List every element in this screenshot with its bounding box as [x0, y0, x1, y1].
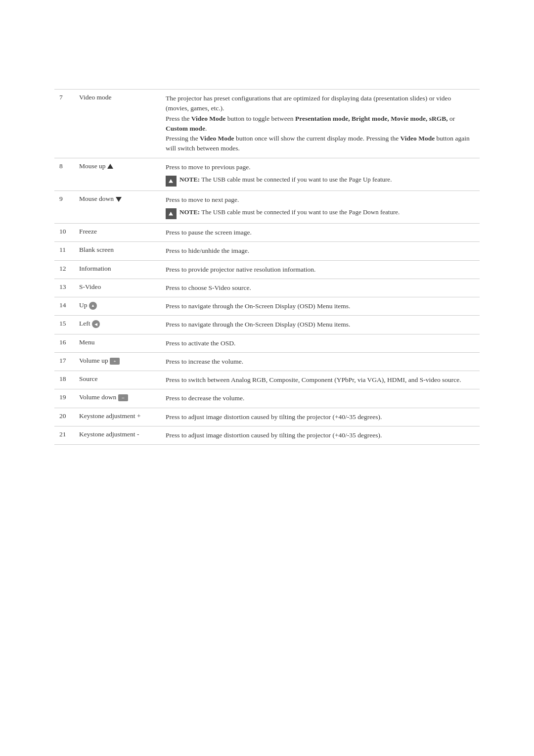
row-description: Press to provide projector native resolu…	[161, 260, 480, 279]
row-description: Press to hide/unhide the image.	[161, 242, 480, 260]
row-description: Press to adjust image distortion caused …	[161, 408, 480, 426]
feature-table: 7Video modeThe projector has preset conf…	[54, 89, 480, 445]
row-number: 17	[54, 352, 74, 371]
row-feature: Left ◀	[74, 316, 161, 334]
row-feature: Menu	[74, 334, 161, 352]
content-area: 7Video modeThe projector has preset conf…	[54, 89, 480, 445]
table-row: 8Mouse up Press to move to previous page…	[54, 158, 480, 190]
table-row: 21Keystone adjustment -Press to adjust i…	[54, 426, 480, 444]
row-number: 9	[54, 190, 74, 223]
table-row: 19Volume down −Press to decrease the vol…	[54, 389, 480, 408]
row-description: Press to move to previous page. NOTE: Th…	[161, 158, 480, 190]
table-row: 10FreezePress to pause the screen image.	[54, 224, 480, 242]
row-description: Press to increase the volume.	[161, 352, 480, 371]
row-number: 15	[54, 316, 74, 334]
row-feature: Keystone adjustment +	[74, 408, 161, 426]
row-feature: Information	[74, 260, 161, 279]
row-description: Press to pause the screen image.	[161, 224, 480, 242]
row-number: 12	[54, 260, 74, 279]
row-feature: Video mode	[74, 90, 161, 158]
row-feature: Mouse up	[74, 158, 161, 190]
row-number: 21	[54, 426, 74, 444]
row-description: Press to move to next page. NOTE: The US…	[161, 190, 480, 223]
table-row: 13S-VideoPress to choose S-Video source.	[54, 279, 480, 297]
row-feature: S-Video	[74, 279, 161, 297]
table-row: 7Video modeThe projector has preset conf…	[54, 90, 480, 158]
row-description: Press to choose S-Video source.	[161, 279, 480, 297]
row-description: Press to navigate through the On-Screen …	[161, 316, 480, 334]
row-number: 14	[54, 297, 74, 316]
page-wrapper: 7Video modeThe projector has preset conf…	[0, 89, 534, 756]
table-row: 15Left ◀Press to navigate through the On…	[54, 316, 480, 334]
table-row: 18SourcePress to switch between Analog R…	[54, 371, 480, 389]
row-feature: Up ▲	[74, 297, 161, 316]
row-number: 18	[54, 371, 74, 389]
row-number: 7	[54, 90, 74, 158]
row-feature: Volume up +	[74, 352, 161, 371]
table-row: 11Blank screenPress to hide/unhide the i…	[54, 242, 480, 260]
row-description: Press to switch between Analog RGB, Comp…	[161, 371, 480, 389]
row-feature: Keystone adjustment -	[74, 426, 161, 444]
row-description: The projector has preset configurations …	[161, 90, 480, 158]
row-number: 11	[54, 242, 74, 260]
row-number: 10	[54, 224, 74, 242]
row-feature: Source	[74, 371, 161, 389]
row-description: Press to activate the OSD.	[161, 334, 480, 352]
row-feature: Volume down −	[74, 389, 161, 408]
row-feature: Freeze	[74, 224, 161, 242]
row-description: Press to adjust image distortion caused …	[161, 426, 480, 444]
table-row: 16MenuPress to activate the OSD.	[54, 334, 480, 352]
table-row: 20Keystone adjustment +Press to adjust i…	[54, 408, 480, 426]
row-number: 8	[54, 158, 74, 190]
row-feature: Blank screen	[74, 242, 161, 260]
table-row: 12InformationPress to provide projector …	[54, 260, 480, 279]
row-number: 16	[54, 334, 74, 352]
row-description: Press to navigate through the On-Screen …	[161, 297, 480, 316]
row-number: 20	[54, 408, 74, 426]
row-number: 13	[54, 279, 74, 297]
row-description: Press to decrease the volume.	[161, 389, 480, 408]
table-row: 9Mouse down Press to move to next page. …	[54, 190, 480, 223]
table-row: 14Up ▲Press to navigate through the On-S…	[54, 297, 480, 316]
table-row: 17Volume up +Press to increase the volum…	[54, 352, 480, 371]
row-feature: Mouse down	[74, 190, 161, 223]
row-number: 19	[54, 389, 74, 408]
